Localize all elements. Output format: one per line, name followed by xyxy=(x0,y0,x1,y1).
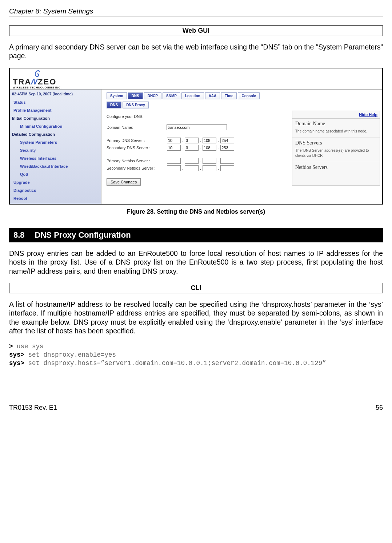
cli-command-2: set dnsproxy.enable=yes xyxy=(24,351,116,358)
primary-dns-label: Primary DNS Server : xyxy=(107,138,167,143)
secondary-nb-octet-3[interactable] xyxy=(203,165,216,171)
page-footer: TR0153 Rev. E1 56 xyxy=(9,404,383,412)
sub-tab-row: DNSDNS Proxy xyxy=(107,102,380,108)
main-content-area: SystemDNSDHCPSNMPLocationAAATimeConsole … xyxy=(101,90,382,204)
main-tab-row: SystemDNSDHCPSNMPLocationAAATimeConsole xyxy=(107,92,380,99)
section-number: 8.8 xyxy=(13,230,25,240)
sidebar-item-wireless-interfaces[interactable]: Wireless Interfaces xyxy=(12,154,101,162)
domain-name-input[interactable] xyxy=(167,124,227,130)
logo-text-post: ZEO xyxy=(38,77,56,87)
sidebar-item-status[interactable]: Status xyxy=(12,98,101,106)
cli-command-1: use sys xyxy=(13,343,44,350)
primary-dns-octet-2[interactable] xyxy=(185,138,199,143)
subtab-dns[interactable]: DNS xyxy=(107,102,121,108)
sidebar-item-detailed-configuration[interactable]: Detailed Configuration xyxy=(12,130,101,138)
primary-nb-octet-1[interactable] xyxy=(167,158,181,164)
secondary-dns-octet-4[interactable] xyxy=(220,145,234,151)
tab-snmp[interactable]: SNMP xyxy=(163,92,180,99)
local-time-display: 02:45PM Sep 10, 2007 (local time) xyxy=(12,92,101,96)
cli-prompt-1: > xyxy=(9,343,13,350)
hide-help-link[interactable]: Hide Help xyxy=(292,111,380,118)
cli-box-label: CLI xyxy=(9,283,383,293)
secondary-nb-octet-1[interactable] xyxy=(167,165,181,171)
sidebar-item-qos[interactable]: QoS xyxy=(12,170,101,178)
help-panel: Hide Help Domain Name The domain name as… xyxy=(292,111,380,186)
help-netbios-servers-title: Netbios Servers xyxy=(295,165,377,170)
webgui-box-label: Web GUI xyxy=(9,25,383,36)
chapter-header: Chapter 8: System Settings xyxy=(9,7,383,16)
sidebar-nav: 02:45PM Sep 10, 2007 (local time) Status… xyxy=(10,90,101,204)
secondary-nb-octet-2[interactable] xyxy=(185,165,199,171)
revision-label: TR0153 Rev. E1 xyxy=(9,404,57,412)
sidebar-item-initial-configuration[interactable]: Initial Configuration xyxy=(12,114,101,122)
dns-config-form: Configure your DNS. Domain Name: Primary… xyxy=(107,111,285,186)
domain-name-label: Domain Name: xyxy=(107,125,167,130)
primary-nb-octet-2[interactable] xyxy=(185,158,199,164)
cli-prompt-2: sys> xyxy=(9,351,24,358)
secondary-dns-octet-3[interactable] xyxy=(203,145,216,151)
secondary-nb-octet-4[interactable] xyxy=(220,165,234,171)
sidebar-item-reboot[interactable]: Reboot xyxy=(12,194,101,202)
section-8-8-heading: 8.8DNS Proxy Configuration xyxy=(9,228,383,242)
primary-netbios-label: Primary Netbios Server : xyxy=(107,159,167,163)
help-domain-name-body: The domain name associated with this nod… xyxy=(295,129,377,134)
tab-dhcp[interactable]: DHCP xyxy=(144,92,161,99)
form-lead-text: Configure your DNS. xyxy=(107,114,285,119)
help-domain-name-title: Domain Name xyxy=(295,121,377,127)
primary-dns-octet-3[interactable] xyxy=(203,138,216,143)
sidebar-item-profile-management[interactable]: Profile Management xyxy=(12,106,101,114)
logo-tagline: WIRELESS TECHNOLOGIES INC. xyxy=(13,86,61,89)
logo-text-pre: TRA xyxy=(13,77,31,87)
primary-nb-octet-4[interactable] xyxy=(220,158,234,164)
tab-time[interactable]: Time xyxy=(221,92,237,99)
primary-dns-octet-1[interactable] xyxy=(167,138,181,143)
secondary-dns-octet-1[interactable] xyxy=(167,145,181,151)
sidebar-item-diagnostics[interactable]: Diagnostics xyxy=(12,186,101,194)
tranzeo-logo: TRANZEO WIRELESS TECHNOLOGIES INC. xyxy=(13,70,61,89)
sidebar-item-system-parameters[interactable]: System Parameters xyxy=(12,138,101,146)
secondary-netbios-label: Secondary Netbios Server : xyxy=(107,166,167,170)
save-changes-button[interactable]: Save Changes xyxy=(107,178,141,186)
section-8-8-paragraph: DNS proxy entries can be added to an EnR… xyxy=(9,249,383,276)
secondary-dns-label: Secondary DNS Server : xyxy=(107,146,167,150)
tab-aaa[interactable]: AAA xyxy=(205,92,220,99)
help-dns-servers-title: DNS Servers xyxy=(295,140,377,146)
primary-dns-octet-4[interactable] xyxy=(220,138,234,143)
cli-command-3: set dnsproxy.hosts=”server1.domain.com=1… xyxy=(24,360,326,367)
subtab-dns-proxy[interactable]: DNS Proxy xyxy=(123,102,149,108)
tab-dns[interactable]: DNS xyxy=(128,92,143,99)
page-number: 56 xyxy=(376,404,383,412)
sidebar-item-security[interactable]: Security xyxy=(12,146,101,154)
tab-location[interactable]: Location xyxy=(181,92,204,99)
svg-point-0 xyxy=(39,71,40,72)
sidebar-item-upgrade[interactable]: Upgrade xyxy=(12,178,101,186)
dns-settings-screenshot: TRANZEO WIRELESS TECHNOLOGIES INC. 02:45… xyxy=(9,68,383,205)
secondary-dns-octet-2[interactable] xyxy=(185,145,199,151)
sidebar-item-minimal-configuration[interactable]: Minimal Configuration xyxy=(12,122,101,130)
cli-paragraph: A list of hostname/IP address to be reso… xyxy=(9,300,383,336)
screenshot-header-bar: TRANZEO WIRELESS TECHNOLOGIES INC. xyxy=(10,68,382,89)
primary-nb-octet-3[interactable] xyxy=(203,158,216,164)
tab-system[interactable]: System xyxy=(107,92,127,99)
cli-example-block: > use sys sys> set dnsproxy.enable=yes s… xyxy=(9,342,383,367)
sidebar-item-wired-backhaul-interface[interactable]: Wired/Backhaul Interface xyxy=(12,162,101,170)
webgui-intro-paragraph: A primary and secondary DNS server can b… xyxy=(9,43,383,60)
tab-console[interactable]: Console xyxy=(238,92,259,99)
figure-caption: Figure 28. Setting the DNS and Netbios s… xyxy=(9,208,383,215)
section-title: DNS Proxy Configuration xyxy=(35,230,131,239)
cli-prompt-3: sys> xyxy=(9,360,24,367)
help-dns-servers-body: The 'DNS Server' address(es) are provide… xyxy=(295,148,377,158)
